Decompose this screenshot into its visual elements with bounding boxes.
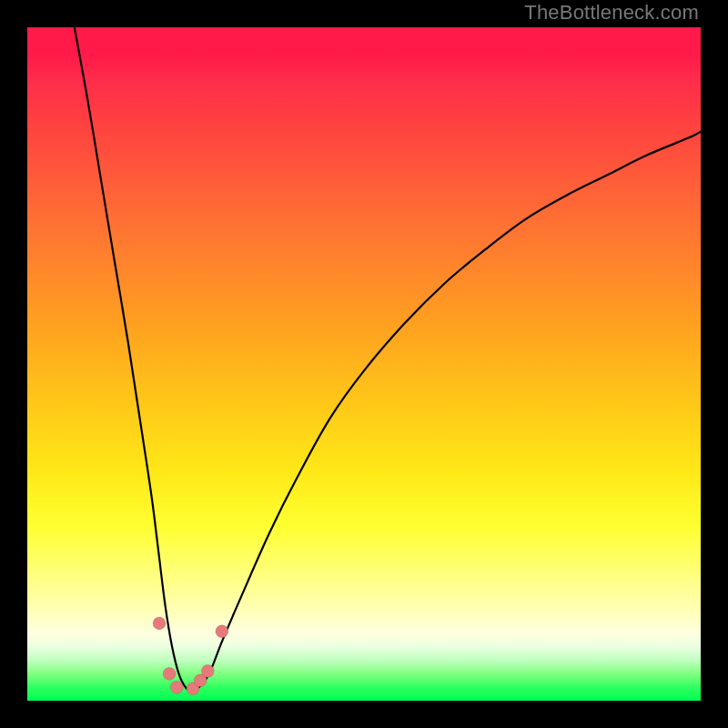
attribution-text: TheBottleneck.com [524,1,699,25]
curve-marker [201,664,214,677]
curve-marker [153,617,166,630]
curve-marker [163,667,176,680]
bottleneck-curve [75,27,701,691]
curve-chart [27,27,701,701]
curve-marker [216,625,228,638]
curve-marker [170,681,183,693]
